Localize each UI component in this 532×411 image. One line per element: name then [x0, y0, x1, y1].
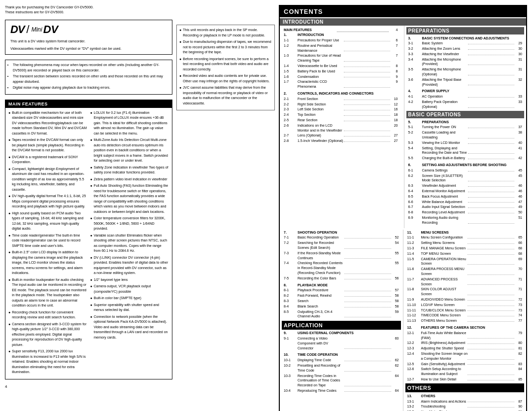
toc-section-9-title: 9. USING EXTERNAL COMPONENTS — [282, 331, 401, 336]
toc-11-1: 11-1Menu Screen Configuration65 — [405, 235, 525, 240]
toc-6-5: 6-5Back Focus Adjustment46 — [406, 194, 525, 199]
basic-ops-header: BASIC OPERATIONS — [406, 111, 525, 118]
toc-11-13: 11-13OTHERS Menu Screen77 — [405, 318, 525, 324]
mf-item-5: ●High sound quality based on PCM audio T… — [8, 211, 87, 232]
toc-2-3: 2-3Left Side Section16 — [282, 107, 400, 112]
main-features-left: ●Built-in compatible mechanism for use o… — [8, 110, 87, 377]
toc-group-4: 4. POWER SUPPLY 4-1AC Operation33 4-2Bat… — [406, 89, 525, 109]
mf-item-9: ●Recording check function for convenient… — [8, 310, 87, 320]
toc-right-right-half: 11. MENU SCREENS 11-1Menu Screen Configu… — [403, 230, 525, 411]
toc-2-4: 2-4Top Section18 — [282, 112, 400, 118]
toc-5-4: 5-4Setting, Displaying and Recording the… — [406, 145, 525, 156]
mf-item-4: ●DV high-quality digital format The 4:1:… — [8, 194, 87, 209]
toc-8-1: 8-1Playback Procedure57 — [282, 288, 401, 293]
mf-item-10: ●Camera section designed with 3-CCD syst… — [8, 322, 87, 348]
toc-1-2: 1-2Routine and Periodical Maintenance7 — [282, 43, 400, 53]
note-2: ●Before recording important scenes, be s… — [179, 57, 272, 72]
toc-intro-area: MAIN FEATURES 4 1. INTRODUCTION 1-1Preca… — [280, 26, 526, 228]
application-header: APPLICATION — [282, 321, 401, 330]
toc-1-5: 1-5Battery Pack to Be Used8 — [282, 68, 400, 74]
toc-3-3: 3-3Attaching the Viewfinder30 — [406, 51, 525, 57]
preps-header: PREPARATIONS — [406, 27, 525, 34]
toc-5-5: 5-5Charging the Built-in Battery42 — [406, 156, 525, 161]
toc-group-12: 12. FEATURES OF THE CAMERA SECTION 12-1F… — [405, 325, 525, 382]
toc-section-10-title: 10. TIME CODE OPERATION — [282, 352, 401, 358]
toc-right-area: 7. SHOOTING OPERATION 7-1Basic Recording… — [280, 228, 526, 411]
toc-6-6: 6-6White Balance Adjustment47 — [406, 199, 525, 205]
toc-11-3: 11-3FILE MANAGE Menu Screen68 — [405, 245, 525, 251]
mf-right-6: ●Variable scan shutter Eliminates flicke… — [90, 233, 169, 254]
toc-2-6: 2-6Indications on the LCD Monitor and in… — [282, 123, 400, 133]
main-features-section: MAIN FEATURES ●Built-in compatible mecha… — [5, 100, 172, 379]
right-column: CONTENTS INTRODUCTION MAIN FEATURES 4 1. — [279, 5, 527, 411]
toc-9-1: 9-1Connecting a Video Component with DV … — [282, 336, 401, 350]
mf-item-0: ●Built-in compatible mechanism for use o… — [8, 110, 87, 137]
toc-group-5: 5. PREPARATIONS 5-1Turning the Power ON3… — [406, 119, 525, 161]
toc-7-2: 7-2Searching for Recorded Scenes (Edit S… — [282, 240, 401, 251]
toc-section-5-title: 5. PREPARATIONS — [406, 119, 525, 125]
warning-box: The following phenomena may occur when t… — [5, 60, 172, 95]
toc-7-5: 7-5Recording the Color Bars56 — [282, 275, 401, 281]
logo-description: This unit is a DV video system format ca… — [10, 39, 85, 44]
warning-item-2: The transient section between scenes rec… — [13, 74, 169, 84]
toc-6-1: 6-1Camera Settings45 — [406, 168, 525, 173]
contents-section: CONTENTS INTRODUCTION MAIN FEATURES 4 1. — [279, 5, 527, 411]
note-box: ●This unit records and plays back in the… — [176, 25, 275, 110]
toc-13-1: 13-1Alarm Indications and Actions87 — [405, 399, 525, 404]
toc-11-10: 11-10LCD/VF Menu Screen73 — [405, 302, 525, 308]
mf-right-7: ●DV (i.LINK) connector DV connector (4-p… — [90, 255, 169, 276]
note-3: ●Recorded video and audio contents are f… — [179, 73, 272, 84]
main-features-header: MAIN FEATURES — [5, 100, 172, 108]
toc-13-2: 13-2Troubleshooting90 — [405, 404, 525, 410]
mf-right-1: ●Multi-Zone Auto Iris Detection Circuit … — [90, 137, 169, 164]
toc-10-2: 10-2Presetting and Recording of Time Cod… — [282, 363, 401, 373]
toc-2-7: 2-7Lens (Optional)27 — [282, 133, 400, 138]
logo-slash: / — [27, 23, 30, 36]
mf-right-0: ●LOLUX for 0.2 lux (F1.4) illumination E… — [90, 110, 169, 137]
toc-3-1: 3-1Basic System29 — [406, 41, 525, 46]
toc-3-6: 3-6Attaching the Tripod Base (Provided)3… — [406, 77, 525, 87]
toc-group-11: 11. MENU SCREENS 11-1Menu Screen Configu… — [405, 230, 525, 323]
toc-section-3-title: 3. BASIC SYSTEM CONNECTIONS AND ADJUSTME… — [406, 35, 525, 41]
top-note-line2: These instructions are for GY-DV5000. — [5, 10, 172, 15]
others-header: OTHERS — [405, 383, 525, 392]
toc-group-13: 13. OTHERS 13-1Alarm Indications and Act… — [405, 393, 525, 411]
toc-12-6: 12-6Switch Setup According to Illuminati… — [405, 367, 525, 377]
toc-5-3: 5-3Viewing the LCD Monitor40 — [406, 140, 525, 145]
mf-right-11: ●Superior operability with shutter speed… — [90, 303, 169, 313]
toc-11-6: 11-6CAMERA PROCESS MENU Screen70 — [405, 267, 525, 277]
toc-7-3: 7-3If the Record-Standby Mode Continues5… — [282, 250, 401, 261]
logo-description2: Videocassettes marked with the DV symbol… — [10, 46, 121, 51]
toc-3-2: 3-2Attaching the Zoom Lens30 — [406, 46, 525, 52]
toc-6-7: 6-7Audio Input Signal Selection49 — [406, 205, 525, 210]
toc-5-2: 5-2Cassette Loading and Unloading38 — [406, 130, 525, 140]
toc-3-5: 3-5Attaching the Microphone (Optional)31 — [406, 67, 525, 77]
left-column: Thank you for purchasing the DV Camcorde… — [5, 5, 172, 411]
toc-section-8-title: 8. PLAYBACK MODE — [282, 282, 401, 288]
logo-dv2: DV — [43, 23, 59, 36]
contents-header: CONTENTS — [280, 6, 526, 17]
toc-6-8: 6-8Recording Level Adjustment50 — [406, 210, 525, 215]
toc-7-4: 7-4Checking Recorded Contents in Record-… — [282, 261, 401, 275]
toc-7-1: 7-1Basic Recording Operation52 — [282, 235, 401, 240]
toc-2-2: 2-2Right Side Section12 — [282, 102, 400, 107]
main-features-right: ●LOLUX for 0.2 lux (F1.4) illumination E… — [90, 110, 169, 377]
mf-item-7: ●Built-in 2.5" color LCD display In addi… — [8, 250, 87, 276]
mf-item-8: ●Built-in monitor loudspeaker for audio … — [8, 277, 87, 308]
toc-8-4: 8-4Blank Search58 — [282, 304, 401, 309]
toc-section-1-title: 1. INTRODUCTION — [282, 33, 400, 38]
toc-1-4: 1-4Videocassette to Be Used8 — [282, 64, 400, 69]
toc-section-13-title: 13. OTHERS — [405, 393, 525, 399]
warning-item-1: The following phenomena may occur when t… — [13, 63, 169, 73]
toc-3-4: 3-4Attaching the Microphone (Provided)31 — [406, 57, 525, 67]
toc-section-6-title: 6. SETTING AND ADJUSTMENTS BEFORE SHOOTI… — [406, 163, 525, 168]
toc-12-1: 12-1Full-Time Auto White Balance (FAW)79 — [405, 330, 525, 341]
toc-11-8: 11-8SKIN COLOR ADJUST Screen71 — [405, 287, 525, 297]
toc-12-5: 12-5Gain (Sensitivity) Adjustment83 — [405, 361, 525, 367]
toc-8-2: 8-2Fast-Forward, Rewind58 — [282, 293, 401, 299]
toc-10-3: 10-3Recording Time Codes in Continuation… — [282, 373, 401, 388]
main-features-content: ●Built-in compatible mechanism for use o… — [5, 108, 172, 379]
toc-2-5: 2-5Rear Section18 — [282, 118, 400, 123]
toc-11-2: 11-2Setting Menu Screens66 — [405, 240, 525, 246]
toc-group-8: 8. PLAYBACK MODE 8-1Playback Procedure57… — [282, 282, 401, 319]
